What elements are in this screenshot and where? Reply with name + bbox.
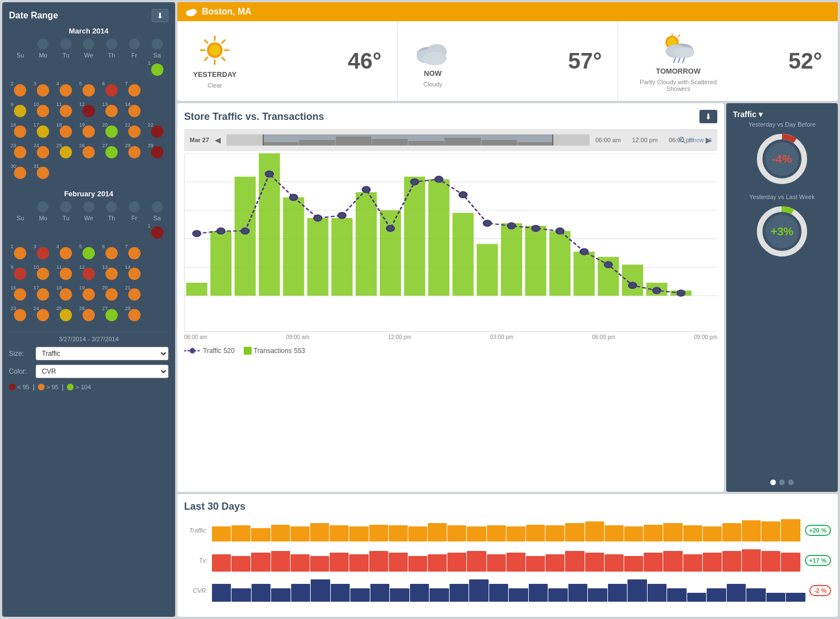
cal-cell[interactable]: 3: [32, 80, 54, 100]
spark-bar: [605, 525, 624, 541]
cal-cell[interactable]: 28: [123, 142, 146, 162]
march-day-headers: Su Mo Tu We Th Fr Sa: [9, 52, 168, 59]
chart-navigator: Mar 27 ◀: [184, 129, 717, 151]
cal-cell[interactable]: 16: [9, 122, 31, 142]
cal-cell[interactable]: 14: [123, 264, 146, 284]
cal-cell[interactable]: 25: [55, 305, 77, 325]
cal-cell[interactable]: 10: [32, 264, 54, 284]
widget-dot-3[interactable]: [788, 480, 794, 485]
x-label-4: 03:00 pm: [490, 334, 514, 340]
spark-bar: [212, 584, 231, 602]
cal-cell[interactable]: 29: [146, 142, 168, 162]
sidebar-download-button[interactable]: ⬇: [152, 9, 168, 22]
weather-title: Boston, MA: [177, 2, 838, 21]
cal-cell[interactable]: 4: [55, 80, 77, 100]
cal-cell[interactable]: 7: [123, 80, 146, 100]
weather-bar: Boston, MA: [177, 2, 838, 101]
cal-cell[interactable]: 23: [9, 142, 31, 162]
spark-bar: [447, 553, 466, 572]
spark-bar: [369, 551, 388, 572]
cal-cell[interactable]: 5: [78, 80, 100, 100]
cal-cell[interactable]: 21: [123, 122, 146, 142]
spark-bar: [548, 588, 567, 602]
now-temp: 57°: [568, 49, 602, 74]
tomorrow-desc: Partly Cloudy with Scattered Showers: [634, 79, 723, 92]
cal-cell[interactable]: 20: [100, 284, 123, 304]
cal-cell[interactable]: 13: [100, 264, 123, 284]
chart-legend: Traffic 520 Transactions 553: [184, 347, 717, 355]
cal-cell[interactable]: 12: [78, 264, 100, 284]
cal-cell[interactable]: 2: [9, 243, 31, 263]
cal-cell[interactable]: 2: [9, 80, 31, 100]
cal-cell: [123, 223, 146, 243]
cal-cell[interactable]: 13: [100, 101, 123, 121]
cal-cell[interactable]: 9: [9, 264, 31, 284]
traffic-widget-title[interactable]: Traffic ▾: [733, 110, 831, 119]
cal-cell[interactable]: 9: [9, 101, 31, 121]
cal-cell[interactable]: 18: [55, 284, 77, 304]
cal-cell[interactable]: 16: [9, 284, 31, 304]
cal-cell[interactable]: 27: [100, 142, 123, 162]
cal-cell[interactable]: 6: [100, 243, 123, 263]
spark-bar: [370, 584, 389, 602]
spark-bar: [624, 526, 643, 541]
spark-bar: [703, 553, 722, 572]
spark-bar: [648, 584, 667, 602]
cal-cell[interactable]: 20: [100, 122, 123, 142]
cal-cell[interactable]: 17: [32, 284, 54, 304]
spark-bar: [568, 584, 587, 602]
cal-cell[interactable]: 26: [78, 142, 100, 162]
spark-bar: [746, 588, 765, 602]
cal-cell[interactable]: 27: [100, 305, 123, 325]
yesterday-vs-day-before-label: Yesterday vs Day Before: [749, 121, 816, 128]
nav-left-arrow[interactable]: ◀: [215, 136, 221, 144]
svg-point-71: [411, 179, 419, 185]
sparkline-traffic-bars: [212, 519, 800, 541]
cal-cell[interactable]: 14: [123, 101, 146, 121]
cal-cell[interactable]: 4: [55, 243, 77, 263]
cal-cell[interactable]: 24: [32, 305, 54, 325]
cal-cell[interactable]: 31: [32, 163, 54, 183]
spark-bar: [608, 584, 627, 602]
cal-cell[interactable]: 7: [123, 243, 146, 263]
cal-cell[interactable]: 28: [123, 305, 146, 325]
chart-x-labels: 06:00 am 09:00 am 12:00 pm 03:00 pm 06:0…: [184, 332, 717, 342]
show-all-button[interactable]: Show all: [678, 136, 712, 144]
cal-cell[interactable]: 25: [55, 142, 77, 162]
cal-cell[interactable]: 5: [78, 243, 100, 263]
cal-cell[interactable]: 23: [9, 305, 31, 325]
cal-cell[interactable]: 10: [32, 101, 54, 121]
svg-line-12: [205, 57, 207, 60]
cal-cell[interactable]: 18: [55, 122, 77, 142]
cal-cell[interactable]: 24: [32, 142, 54, 162]
cal-cell: [78, 163, 100, 183]
sparkline-cvr-label: CVR:: [184, 587, 212, 594]
cal-cell[interactable]: 21: [123, 284, 146, 304]
navigator-date: Mar 27: [190, 137, 209, 143]
cal-cell[interactable]: 19: [78, 122, 100, 142]
color-select[interactable]: CVR Traffic Transactions: [36, 365, 168, 378]
cal-cell: [146, 243, 168, 263]
cal-cell[interactable]: 22: [146, 122, 168, 142]
widget-dot-1[interactable]: [770, 480, 776, 485]
x-label-5: 06:00 pm: [592, 334, 615, 340]
chart-download-button[interactable]: ⬇: [699, 110, 717, 123]
size-select[interactable]: Traffic Transactions CVR: [36, 347, 168, 360]
cal-cell[interactable]: 1: [146, 223, 168, 243]
cal-cell[interactable]: 3: [32, 243, 54, 263]
widget-dot-2[interactable]: [779, 480, 785, 485]
cal-cell: [9, 60, 31, 80]
cal-cell[interactable]: 19: [78, 284, 100, 304]
cal-cell[interactable]: 30: [9, 163, 31, 183]
spark-bar: [389, 525, 408, 541]
cal-cell[interactable]: 11: [55, 264, 77, 284]
cal-cell[interactable]: 26: [78, 305, 100, 325]
sun-icon: [198, 33, 231, 67]
cal-cell[interactable]: 17: [32, 122, 54, 142]
spark-bar: [231, 588, 250, 602]
cal-cell[interactable]: 11: [55, 101, 77, 121]
cal-cell[interactable]: 6: [100, 80, 123, 100]
cal-cell[interactable]: 1: [146, 60, 168, 80]
svg-rect-54: [501, 223, 522, 296]
cal-cell[interactable]: 12: [78, 101, 100, 121]
